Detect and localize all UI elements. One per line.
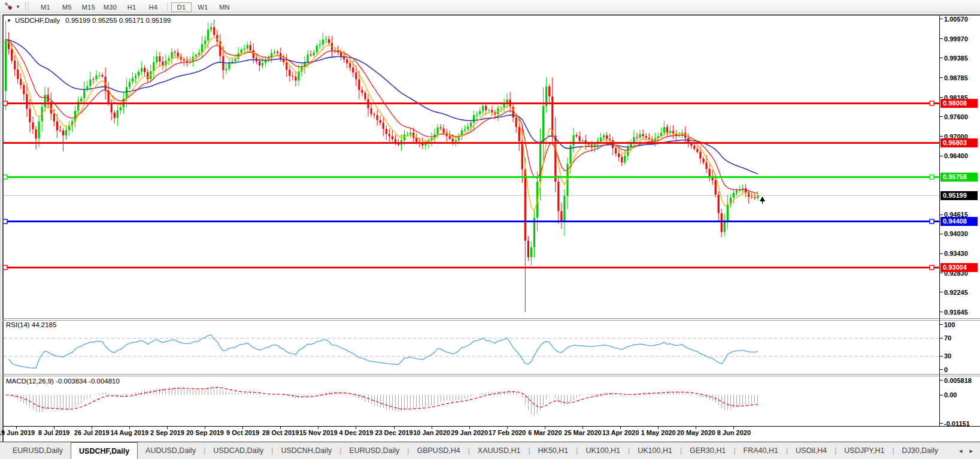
price-axis-label: 0.97600 [944, 113, 979, 121]
date-axis-label: 17 Feb 2020 [489, 429, 526, 436]
rsi-indicator-label: RSI(14) 44.2185 [6, 321, 56, 328]
chart-cursor-icon[interactable] [2, 1, 14, 12]
chart-tab-EURUSD-Daily[interactable]: EURUSD,Daily [5, 442, 71, 459]
chart-tab-HK50-H1[interactable]: HK50,H1 [530, 442, 577, 459]
date-axis-label: 10 Jan 2020 [413, 429, 450, 436]
price-axis-label: 0.96400 [944, 152, 979, 160]
macd-plot[interactable] [6, 386, 758, 416]
price-tag-0.95758: 0.95758 [940, 173, 978, 182]
price-axis-label: 0.91645 [944, 308, 979, 316]
date-axis-label: 20 May 2020 [677, 429, 715, 436]
price-axis-label: 0.92245 [944, 288, 979, 297]
macd-axis-label: 0.005818 [944, 376, 979, 385]
price-axis-label: 0.94030 [944, 230, 979, 238]
rsi-axis-label: 0 [944, 366, 979, 374]
chart-tab-UK100-H1[interactable]: UK100,H1 [578, 442, 628, 459]
toolbar-dropdown-arrow-icon[interactable]: ▾ [14, 4, 22, 10]
slow-ma-line[interactable] [6, 40, 758, 174]
rsi-plot[interactable] [4, 335, 940, 368]
date-axis-label: 15 Nov 2019 [299, 429, 338, 436]
tab-scroll-left-icon[interactable]: ◂ [959, 447, 963, 455]
price-axis-label: 1.00570 [944, 15, 979, 23]
date-axis-label: 8 Jun 2020 [717, 429, 751, 436]
date-axis-label: 13 Apr 2020 [602, 429, 639, 436]
date-axis-label: 23 Dec 2019 [375, 429, 413, 436]
chart-tab-USDCAD-Daily[interactable]: USDCAD,Daily [205, 442, 271, 459]
chart-tab-DJ30-Daily[interactable]: DJ30,Daily [894, 442, 946, 459]
rsi-axis-label: 100 [944, 321, 979, 329]
date-axis-label: 6 Mar 2020 [528, 429, 562, 436]
date-axis-label: 4 Dec 2019 [339, 429, 373, 436]
last-bar-marker[interactable] [760, 197, 765, 204]
toolbar: ▾ M1M5M15M30H1H4D1W1MN [0, 0, 980, 13]
price-axis-label: 0.98785 [944, 74, 979, 82]
chart-tab-USOil-H4[interactable]: USOil,H4 [788, 442, 835, 459]
chart-tab-bar: EURUSD,DailyUSDCHF,DailyAUDUSD,Daily|USD… [0, 442, 980, 459]
chart-tab-AUDUSD-Daily[interactable]: AUDUSD,Daily [138, 442, 204, 459]
chart-title-symbol: USDCHF,Daily [15, 17, 60, 24]
timeframe-toolbar: M1M5M15M30H1H4D1W1MN [35, 1, 235, 12]
rsi-axis-label: 70 [944, 334, 979, 342]
chart-tab-XAUUSD-H1[interactable]: XAUUSD,H1 [470, 442, 529, 459]
chart-tab-USDCNH-Daily[interactable]: USDCNH,Daily [273, 442, 339, 459]
date-axis-label: 20 Sep 2019 [186, 429, 224, 436]
chart-tab-USDJPY-H1[interactable]: USDJPY,H1 [836, 442, 892, 459]
timeframe-button-M15[interactable]: M15 [78, 2, 99, 12]
chart-tab-UK100-H1[interactable]: UK100,H1 [630, 442, 680, 459]
date-axis-label: 1 May 2020 [641, 429, 676, 436]
price-tag-0.93004: 0.93004 [940, 263, 978, 272]
price-axis-label: 0.99385 [944, 54, 979, 62]
fast-ma-line[interactable] [6, 38, 758, 210]
date-axis-label: 28 Oct 2019 [262, 429, 299, 436]
date-axis-label: 25 Mar 2020 [564, 429, 601, 436]
toolbar-separator-grip [25, 2, 29, 11]
collapse-arrow-icon[interactable]: ▼ [7, 18, 11, 23]
timeframe-button-M1[interactable]: M1 [35, 2, 56, 12]
tab-scroll-right-icon[interactable]: ▸ [969, 447, 973, 455]
price-axis-label: 0.99970 [944, 35, 979, 43]
timeframe-button-D1[interactable]: D1 [171, 2, 192, 12]
rsi-axis-label: 30 [944, 352, 979, 360]
macd-indicator-label: MACD(12,26,9) -0.003834 -0.004810 [6, 378, 120, 385]
date-axis-label: 9 Oct 2019 [226, 429, 259, 436]
tab-scroll-arrows: ◂▸ [959, 442, 980, 459]
toolbar-group-separator [167, 2, 168, 11]
price-tag-0.95199: 0.95199 [940, 191, 978, 200]
date-axis-label: 14 Aug 2019 [110, 429, 148, 436]
chart-canvas [0, 0, 980, 459]
chart-tab-GBPUSD-H4[interactable]: GBPUSD,H4 [409, 442, 468, 459]
mid-ma-line[interactable] [6, 40, 758, 193]
price-tag-0.98008: 0.98008 [940, 99, 978, 108]
price-axis-label: 0.93430 [944, 249, 979, 258]
macd-axis-label: -0.01151 [944, 419, 979, 428]
chart-tab-USDCHF-Daily[interactable]: USDCHF,Daily [71, 442, 138, 459]
date-axis-label: 26 Jul 2019 [74, 429, 110, 436]
price-tag-0.94408: 0.94408 [940, 217, 978, 226]
timeframe-button-W1[interactable]: W1 [193, 2, 213, 12]
chart-tab-EURUSD-Daily[interactable]: EURUSD,Daily [341, 442, 407, 459]
date-axis-label: 19 Jun 2019 [0, 429, 35, 436]
timeframe-button-H1[interactable]: H1 [122, 2, 142, 12]
chart-title-ohlc: 0.95199 0.95255 0.95171 0.95199 [65, 17, 171, 24]
chart-tab-GER30-H1[interactable]: GER30,H1 [682, 442, 733, 459]
timeframe-button-MN[interactable]: MN [214, 2, 235, 12]
chart-tab-FRA40-H1[interactable]: FRA40,H1 [736, 442, 786, 459]
date-axis-label: 8 Jul 2019 [38, 429, 70, 436]
timeframe-button-M5[interactable]: M5 [57, 2, 77, 12]
mt4-window: ▾ M1M5M15M30H1H4D1W1MN ▼USDCHF,Daily0.95… [0, 0, 980, 459]
date-axis-label: 2 Sep 2019 [150, 429, 184, 436]
macd-axis-label: 0.00 [944, 391, 979, 399]
price-tag-0.96803: 0.96803 [940, 138, 978, 147]
timeframe-button-M30[interactable]: M30 [100, 2, 120, 12]
chart-title: ▼USDCHF,Daily0.95199 0.95255 0.95171 0.9… [7, 17, 171, 24]
date-axis-label: 29 Jan 2020 [451, 429, 488, 436]
timeframe-button-H4[interactable]: H4 [143, 2, 163, 12]
